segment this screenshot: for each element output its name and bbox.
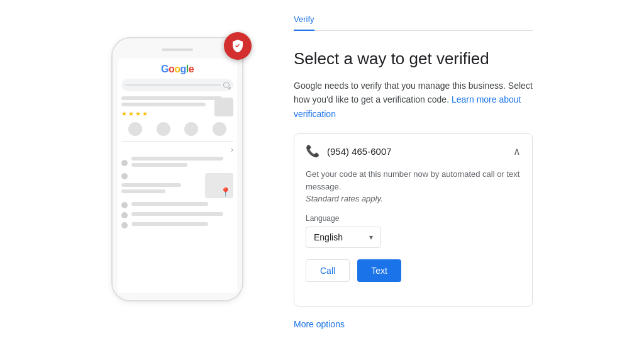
content-line [121,96,222,100]
phone-divider [121,141,233,142]
phone-call-icon: 📞 [306,144,319,158]
language-value: English [314,232,343,242]
dropdown-arrow-icon: ▾ [369,233,373,242]
text-button[interactable]: Text [357,259,401,282]
globe-icon [121,222,128,228]
language-label: Language [306,214,521,223]
star-icon: ★ [142,110,148,117]
option-description: Get your code at this number now by auto… [306,168,521,205]
content-line [131,212,223,216]
page-container: Google ★ [0,0,644,338]
verify-section: Verify Select a way to get verified Goog… [281,8,533,329]
action-icon [184,122,198,136]
star-rating: ★ ★ ★ ★ [121,110,214,117]
option-desc-line1: Get your code at this number now by auto… [306,169,519,191]
phone-mockup-section: Google ★ [111,37,243,301]
tab-bar: Verify [294,8,533,31]
shield-icon [230,38,245,54]
phone-number: (954) 465-6007 [327,146,392,157]
phone-icon [121,212,128,218]
shield-badge [224,32,252,60]
phone-chevron: › [121,145,233,154]
search-icon [223,82,230,88]
more-options-link[interactable]: More options [294,319,345,329]
phone-screen: Google ★ [118,59,237,293]
phone-list-item [121,212,233,218]
action-buttons: Call Text [306,259,521,282]
map-text-lines [121,173,201,198]
action-icon [157,122,170,136]
clock-icon [121,202,128,208]
verify-description: Google needs to verify that you manage t… [294,79,533,121]
content-line [121,189,165,193]
star-icon: ★ [135,110,141,117]
store-icon [214,98,233,116]
phone-option-box: 📞 (954) 465-6007 ∧ Get your code at this… [294,133,533,307]
content-line [131,157,223,161]
phone-notch [118,43,237,56]
phone-list-item [121,202,233,208]
option-desc-line2: Standard rates apply. [306,194,383,203]
list-lines [131,222,233,228]
star-icon: ★ [121,110,127,117]
content-line [121,183,181,187]
location-icon [121,173,128,179]
phone-notch-bar [162,48,193,51]
star-icon: ★ [128,110,134,117]
content-line [131,222,208,226]
map-thumbnail [205,173,233,198]
phone-option-left: 📞 (954) 465-6007 [306,144,392,158]
phone-list-item [121,157,233,169]
phone-screen-inner: Google ★ [113,38,242,300]
page-title: Select a way to get verified [294,48,533,70]
list-lines [131,202,233,208]
phone-option-body: Get your code at this number now by auto… [294,168,532,306]
content-line [131,202,208,206]
action-icon [213,122,226,136]
list-lines [131,157,233,169]
list-lines [131,212,233,218]
phone-map-section [121,173,233,198]
phone-list-item [121,222,233,228]
tab-verify[interactable]: Verify [294,8,314,30]
google-logo: Google [121,64,233,75]
phone-search-bar [121,79,233,91]
search-bar-line [125,84,221,86]
language-select[interactable]: English ▾ [306,227,381,248]
action-icon [128,122,142,136]
content-line [131,163,187,167]
call-button[interactable]: Call [306,259,350,282]
phone-action-icons [121,122,233,136]
phone-option-header[interactable]: 📞 (954) 465-6007 ∧ [294,134,532,168]
list-icon [121,160,128,166]
chevron-up-icon[interactable]: ∧ [513,145,521,157]
phone-mockup: Google ★ [111,37,243,301]
content-line [121,103,206,106]
